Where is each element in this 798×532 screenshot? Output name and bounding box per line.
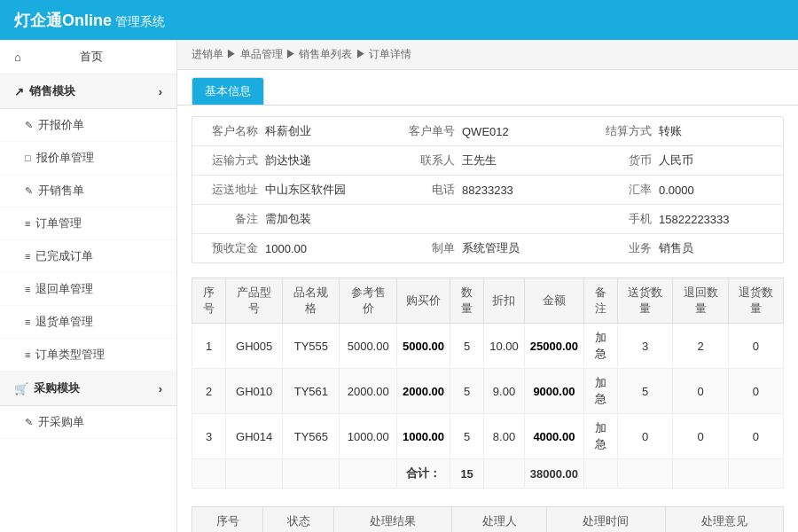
info-cell-mobile: 手机 15822223333 xyxy=(586,205,783,233)
table-row: 3GH014TY5651000.001000.0058.004000.00加急0… xyxy=(192,414,784,459)
col-deliver: 送货数量 xyxy=(618,278,673,324)
status-col-comment: 处理意见 xyxy=(665,507,783,533)
col-return1: 退回数量 xyxy=(673,278,728,324)
lines4-icon: ≡ xyxy=(25,317,30,327)
info-cell-contact: 联系人 王先生 xyxy=(389,146,586,175)
info-cell-phone: 电话 88233233 xyxy=(389,176,586,204)
sidebar-item-order-type[interactable]: ≡ 订单类型管理 xyxy=(0,339,176,372)
info-row-5: 预收定金 1000.00 制单 系统管理员 业务 销售员 xyxy=(192,234,783,262)
sidebar-item-create-quote[interactable]: ✎ 开报价单 xyxy=(0,109,176,142)
sidebar-label: 报价单管理 xyxy=(36,150,94,166)
brand-title: 灯企通Online管理系统 xyxy=(14,10,165,31)
edit3-icon: ✎ xyxy=(25,417,33,428)
sidebar-item-refund-manage[interactable]: ≡ 退货单管理 xyxy=(0,306,176,339)
col-ref-price: 参考售价 xyxy=(340,278,397,324)
sidebar-label: 开报价单 xyxy=(38,117,84,133)
basic-info-section: 客户名称 科薪创业 客户单号 QWE012 结算方式 转账 运输方式 xyxy=(177,106,798,274)
col-name: 品名规格 xyxy=(283,278,340,324)
sidebar-item-home[interactable]: ⌂ 首页 xyxy=(0,40,176,74)
sidebar-label: 退回单管理 xyxy=(35,281,93,297)
edit-icon: ✎ xyxy=(25,120,33,131)
status-table-section: 序号 状态 处理结果 处理人 处理时间 处理意见 xyxy=(177,506,798,532)
sidebar-label: 开采购单 xyxy=(38,414,84,430)
sidebar-purchase-label: 采购模块 xyxy=(34,380,80,396)
lines3-icon: ≡ xyxy=(25,284,30,294)
info-cell-remark: 备注 需加包装 xyxy=(192,205,389,233)
col-remark: 备注 xyxy=(584,278,618,324)
breadcrumb: 进销单 ▶ 单品管理 ▶ 销售单列表 ▶ 订单详情 xyxy=(177,40,798,70)
sidebar-label: 开销售单 xyxy=(38,183,84,199)
col-buy-price: 购买价 xyxy=(397,278,450,324)
col-discount: 折扣 xyxy=(484,278,525,324)
status-table: 序号 状态 处理结果 处理人 处理时间 处理意见 xyxy=(192,506,784,532)
info-cell-operator: 制单 系统管理员 xyxy=(389,234,586,262)
sidebar-item-completed-orders[interactable]: ≡ 已完成订单 xyxy=(0,240,176,273)
sidebar: ⌂ 首页 ↗ 销售模块 › ✎ 开报价单 □ 报价单管理 ✎ 开销售单 ≡ 订单… xyxy=(0,40,177,532)
cart-icon: 🛒 xyxy=(14,382,28,395)
info-row-3: 运送地址 中山东区软件园 电话 88233233 汇率 0.0000 xyxy=(192,176,783,205)
sidebar-item-order-manage[interactable]: ≡ 订单管理 xyxy=(0,207,176,240)
info-row-1: 客户名称 科薪创业 客户单号 QWE012 结算方式 转账 xyxy=(192,117,783,146)
col-qty: 数量 xyxy=(450,278,484,324)
info-cell-exchange-rate: 汇率 0.0000 xyxy=(586,176,783,204)
table-row: 2GH010TY5612000.002000.0059.009000.00加急5… xyxy=(192,369,784,414)
tab-basic-info[interactable]: 基本信息 xyxy=(192,77,264,105)
col-seq: 序号 xyxy=(192,278,226,324)
sidebar-item-create-purchase[interactable]: ✎ 开采购单 xyxy=(0,406,176,439)
header: 灯企通Online管理系统 xyxy=(0,0,798,40)
status-col-result: 处理结果 xyxy=(334,507,452,533)
sidebar-home-label: 首页 xyxy=(80,49,103,65)
info-cell-sales: 业务 销售员 xyxy=(586,234,783,262)
info-grid: 客户名称 科薪创业 客户单号 QWE012 结算方式 转账 运输方式 xyxy=(192,116,784,263)
sales-icon: ↗ xyxy=(14,85,24,98)
lines-icon: ≡ xyxy=(25,218,30,229)
info-cell-transport: 运输方式 韵达快递 xyxy=(192,146,389,175)
table-total-row: 合计：1538000.00 xyxy=(192,459,784,489)
sidebar-sales-label: 销售模块 xyxy=(29,83,75,99)
order-table-section: 序号 产品型号 品名规格 参考售价 购买价 数量 折扣 金额 备注 送货数量 退… xyxy=(177,278,798,499)
info-cell-settle-method: 结算方式 转账 xyxy=(586,117,783,145)
sidebar-label: 已完成订单 xyxy=(35,248,93,264)
info-cell-currency: 货币 人民币 xyxy=(586,146,783,175)
sidebar-item-return-manage[interactable]: ≡ 退回单管理 xyxy=(0,273,176,306)
info-row-2: 运输方式 韵达快递 联系人 王先生 货币 人民币 xyxy=(192,146,783,176)
sidebar-section-purchase[interactable]: 🛒 采购模块 › xyxy=(0,372,176,406)
col-return2: 退货数量 xyxy=(728,278,783,324)
list-icon: □ xyxy=(25,153,31,163)
sidebar-item-quote-manage[interactable]: □ 报价单管理 xyxy=(0,142,176,175)
col-amount: 金额 xyxy=(524,278,583,324)
info-cell-address: 运送地址 中山东区软件园 xyxy=(192,176,389,204)
sidebar-label: 退货单管理 xyxy=(35,314,93,330)
info-cell-customer-name: 客户名称 科薪创业 xyxy=(192,117,389,145)
sidebar-item-create-sale[interactable]: ✎ 开销售单 xyxy=(0,175,176,207)
lines2-icon: ≡ xyxy=(25,251,30,262)
chevron-right2-icon: › xyxy=(159,382,162,395)
content-area: 进销单 ▶ 单品管理 ▶ 销售单列表 ▶ 订单详情 基本信息 客户名称 科薪创业… xyxy=(177,40,798,532)
status-col-status: 状态 xyxy=(263,507,334,533)
tab-bar: 基本信息 xyxy=(177,70,798,106)
sidebar-section-sales[interactable]: ↗ 销售模块 › xyxy=(0,74,176,109)
edit2-icon: ✎ xyxy=(25,185,33,197)
lines5-icon: ≡ xyxy=(25,349,30,360)
table-row: 1GH005TY5555000.005000.00510.0025000.00加… xyxy=(192,324,784,369)
chevron-right-icon: › xyxy=(159,85,162,98)
info-cell-deposit: 预收定金 1000.00 xyxy=(192,234,389,262)
info-row-4: 备注 需加包装 手机 15822223333 xyxy=(192,205,783,234)
order-table: 序号 产品型号 品名规格 参考售价 购买价 数量 折扣 金额 备注 送货数量 退… xyxy=(192,278,784,489)
info-cell-empty xyxy=(389,205,586,233)
info-cell-customer-no: 客户单号 QWE012 xyxy=(389,117,586,145)
home-icon: ⌂ xyxy=(14,51,21,64)
col-model: 产品型号 xyxy=(226,278,283,324)
sidebar-label: 订单类型管理 xyxy=(35,347,105,363)
sidebar-label: 订单管理 xyxy=(35,215,82,231)
status-col-seq: 序号 xyxy=(192,507,263,533)
status-col-handler: 处理人 xyxy=(452,507,547,533)
status-col-time: 处理时间 xyxy=(547,507,665,533)
